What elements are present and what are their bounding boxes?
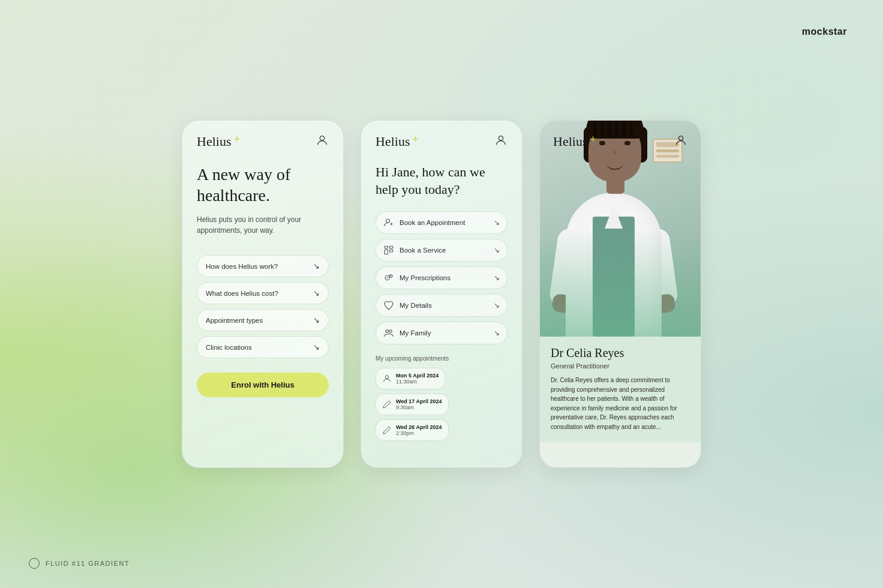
people-icon [383, 328, 394, 338]
menu-arrow-book-service: ↘ [494, 246, 500, 255]
menu-item-book-appointment[interactable]: Book an Appointment ↘ [376, 211, 507, 234]
appt-date-2: Wed 17 April 2024 [396, 398, 442, 404]
menu-item-family-left: My Family [383, 328, 431, 338]
menu-arrow-details: ↘ [494, 301, 500, 310]
appointments-grid: Mon 5 April 2024 11:30am Wed 17 April 20… [376, 368, 507, 441]
card1-plus-icon: + [233, 133, 239, 146]
appointment-chip-1[interactable]: Mon 5 April 2024 11:30am [376, 368, 445, 389]
svg-rect-6 [390, 250, 393, 252]
cards-container: Helius+ A new way of healthcare. Helius … [182, 120, 701, 468]
menu-item-book-appointment-left: Book an Appointment [383, 217, 465, 228]
appt-chip-info-1: Mon 5 April 2024 11:30am [396, 373, 439, 385]
faq-arrow-1: ↘ [313, 262, 320, 271]
card2-menu-list: Book an Appointment ↘ Book a Service ↘ [376, 211, 507, 344]
card1-faq-list: How does Helius work? ↘ What does Helius… [197, 255, 329, 358]
faq-label-1: How does Helius work? [206, 263, 278, 270]
menu-label-book-appointment: Book an Appointment [400, 219, 465, 226]
menu-item-details-left: My Details [383, 300, 432, 311]
bottom-info: FLUID #11 GRADIENT [29, 558, 130, 569]
appt-pencil-icon-2 [382, 425, 392, 435]
doctor-name: Dr Celia Reyes [551, 346, 690, 360]
svg-point-2 [386, 219, 390, 223]
card2-header: Helius+ [376, 134, 507, 149]
faq-item-2[interactable]: What does Helius cost? ↘ [197, 282, 329, 304]
doctor-title: General Practitioner [551, 362, 690, 370]
menu-item-prescriptions-left: My Prescriptions [383, 272, 450, 283]
heart-icon [383, 300, 394, 311]
faq-item-1[interactable]: How does Helius work? ↘ [197, 255, 329, 277]
appointment-chip-2[interactable]: Wed 17 April 2024 9:30am [376, 394, 449, 415]
appt-chip-info-2: Wed 17 April 2024 9:30am [396, 398, 442, 410]
card-landing: Helius+ A new way of healthcare. Helius … [182, 120, 344, 468]
card1-profile-icon[interactable] [316, 134, 329, 147]
faq-label-3: Appointment types [206, 317, 263, 324]
card2-logo-text: Helius [376, 134, 410, 149]
faq-arrow-3: ↘ [313, 316, 320, 325]
card2-logo: Helius+ [376, 134, 419, 149]
card1-header: Helius+ [197, 134, 329, 149]
doctor-lapel [605, 205, 623, 229]
card3-profile-icon[interactable] [674, 134, 687, 147]
svg-rect-5 [385, 250, 388, 254]
card1-logo: Helius+ [197, 134, 240, 149]
person-plus-icon [383, 217, 394, 228]
doctor-nose [614, 151, 616, 154]
appointments-label: My upcoming appointments [376, 355, 507, 362]
svg-point-9 [386, 330, 389, 333]
doctor-smile [606, 163, 623, 170]
svg-rect-3 [385, 246, 388, 248]
bottom-info-text: FLUID #11 GRADIENT [46, 560, 130, 567]
doctor-info-section: Dr Celia Reyes General Practitioner Dr. … [540, 337, 701, 442]
appt-pencil-icon-1 [382, 400, 392, 409]
faq-label-2: What does Helius cost? [206, 290, 278, 297]
doctor-bio: Dr. Celia Reyes offers a deep commitment… [551, 376, 690, 431]
menu-item-family[interactable]: My Family ↘ [376, 322, 507, 344]
appt-person-icon [382, 374, 392, 383]
faq-label-4: Clinic locations [206, 344, 252, 351]
appt-chip-info-3: Wed 26 April 2024 2:30pm [396, 424, 442, 436]
faq-arrow-4: ↘ [313, 343, 320, 352]
svg-point-10 [389, 330, 392, 333]
menu-item-book-service[interactable]: Book a Service ↘ [376, 239, 507, 262]
card3-logo-text: Helius [553, 134, 587, 149]
card3-header: Helius+ [540, 121, 701, 149]
appt-time-3: 2:30pm [396, 430, 442, 436]
grid-icon [383, 245, 394, 256]
svg-point-12 [678, 136, 683, 140]
menu-item-prescriptions[interactable]: My Prescriptions ↘ [376, 266, 507, 289]
pill-icon [383, 272, 394, 283]
card3-plus-icon: + [590, 133, 596, 146]
svg-point-11 [385, 376, 388, 379]
menu-label-details: My Details [400, 302, 432, 309]
card2-greeting: Hi Jane, how can we help you today? [376, 164, 507, 198]
appointment-chip-3[interactable]: Wed 26 April 2024 2:30pm [376, 419, 449, 441]
menu-arrow-family: ↘ [494, 329, 500, 338]
menu-label-prescriptions: My Prescriptions [400, 274, 450, 281]
card3-logo: Helius+ [553, 134, 596, 149]
appt-time-1: 11:30am [396, 379, 439, 385]
card-doctor: Helius+ [539, 120, 701, 468]
menu-arrow-book-appointment: ↘ [494, 218, 500, 227]
faq-item-3[interactable]: Appointment types ↘ [197, 309, 329, 331]
card1-subtext: Helius puts you in control of your appoi… [197, 214, 329, 236]
menu-label-family: My Family [400, 329, 431, 337]
enrol-button[interactable]: Enrol with Helius [197, 373, 329, 397]
faq-arrow-2: ↘ [313, 289, 320, 298]
svg-rect-4 [390, 246, 393, 248]
card2-plus-icon: + [412, 133, 418, 146]
appt-date-1: Mon 5 April 2024 [396, 373, 439, 379]
card2-profile-icon[interactable] [494, 134, 507, 147]
menu-label-book-service: Book a Service [400, 247, 446, 254]
svg-point-1 [498, 136, 503, 140]
photo-tint-overlay [540, 229, 701, 337]
svg-point-0 [320, 136, 324, 140]
brand-label: mockstar [802, 26, 847, 37]
doctor-photo-area [540, 121, 701, 337]
appt-date-3: Wed 26 April 2024 [396, 424, 442, 430]
menu-item-book-service-left: Book a Service [383, 245, 446, 256]
faq-item-4[interactable]: Clinic locations ↘ [197, 336, 329, 358]
card1-logo-text: Helius [197, 134, 231, 149]
card-dashboard: Helius+ Hi Jane, how can we help you tod… [361, 120, 522, 468]
bottom-circle-icon [29, 558, 40, 569]
menu-item-details[interactable]: My Details ↘ [376, 294, 507, 317]
